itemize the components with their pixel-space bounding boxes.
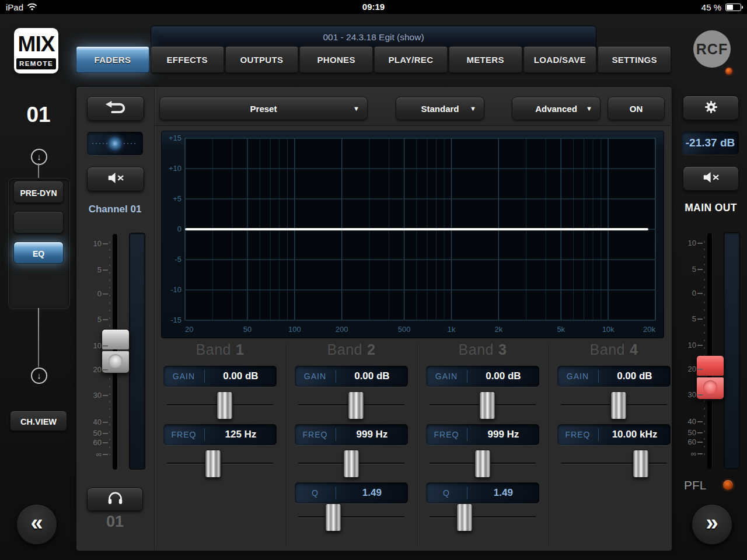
- channel-mute-button[interactable]: [87, 167, 144, 191]
- battery-percent: 45 %: [701, 2, 721, 12]
- q-slider[interactable]: [295, 503, 408, 531]
- main-out-level-meter: [724, 232, 740, 469]
- x-tick-label: 20k: [643, 325, 655, 334]
- freq-slider-handle[interactable]: [474, 450, 491, 478]
- speaker-mute-icon: [702, 172, 720, 186]
- band-title: Band2: [287, 341, 416, 358]
- gain-display: GAIN0.00 dB: [295, 366, 408, 387]
- freq-display: FREQ10.00 kHz: [557, 424, 671, 445]
- channel-edit-panel: Channel 01 10505102030405060∞: [76, 86, 672, 551]
- blank-processing-button[interactable]: [13, 211, 64, 233]
- q-display: Q1.49: [426, 482, 539, 503]
- main-out-fader-track[interactable]: [707, 233, 712, 469]
- chevron-down-icon: ▼: [353, 105, 359, 112]
- tab-phones[interactable]: PHONES: [299, 46, 373, 73]
- y-tick-label: -10: [170, 285, 181, 294]
- q-slider-handle[interactable]: [456, 503, 473, 531]
- freq-slider-handle[interactable]: [343, 450, 359, 478]
- gain-slider-handle[interactable]: [348, 391, 364, 419]
- main-out-settings-button[interactable]: [683, 96, 739, 120]
- main-out-mute-button[interactable]: [683, 166, 739, 191]
- pre-dyn-button[interactable]: PRE-DYN: [13, 181, 64, 203]
- gain-slider[interactable]: [163, 391, 277, 419]
- back-button[interactable]: [87, 96, 144, 121]
- eq-band-4: Band4 GAIN0.00 dB FREQ10.00 kHz: [549, 340, 679, 550]
- pfl-label: PFL: [684, 478, 713, 492]
- gain-slider[interactable]: [557, 391, 671, 419]
- gain-slider[interactable]: [426, 391, 539, 419]
- connector-line: [38, 308, 39, 367]
- eq-on-button[interactable]: ON: [608, 97, 665, 120]
- main-tab-bar: FADERSEFFECTSOUTPUTSPHONESPLAY/RECMETERS…: [76, 46, 671, 73]
- eq-band-2: Band2 GAIN0.00 dB FREQ999 Hz Q1.49: [287, 340, 416, 550]
- main-out-level-display: -21.37 dB: [682, 131, 739, 155]
- x-tick-label: 20: [185, 325, 193, 334]
- eq-mode-dropdown[interactable]: Advanced ▼: [512, 97, 601, 120]
- x-tick-label: 2k: [494, 325, 502, 334]
- headphones-icon: [107, 491, 124, 508]
- gain-slider-handle[interactable]: [479, 391, 495, 419]
- speaker-mute-icon: [107, 172, 125, 186]
- screen: iPad 09:19 45 % MIX REMOTE 001 - 24.3.18…: [0, 0, 747, 560]
- eq-button[interactable]: EQ: [13, 242, 64, 264]
- q-slider-handle[interactable]: [325, 503, 341, 531]
- solo-headphones-button[interactable]: [87, 488, 143, 511]
- pan-knob-icon: [108, 136, 122, 150]
- mix-remote-logo: MIX REMOTE: [14, 28, 58, 74]
- freq-slider[interactable]: [163, 449, 277, 477]
- arrow-down-circle-icon: ↓: [31, 149, 47, 165]
- freq-slider[interactable]: [295, 449, 408, 477]
- channel-fader-handle[interactable]: [102, 329, 130, 373]
- tab-settings[interactable]: SETTINGS: [598, 46, 671, 73]
- pan-control[interactable]: [87, 132, 143, 155]
- chevron-down-icon: ▼: [586, 105, 592, 112]
- x-tick-label: 5k: [557, 325, 565, 334]
- gain-display: GAIN0.00 dB: [557, 366, 671, 387]
- logo-mix-text: MIX: [16, 30, 56, 58]
- freq-slider[interactable]: [557, 449, 671, 477]
- tab-play-rec[interactable]: PLAY/REC: [374, 46, 448, 73]
- y-tick-label: 0: [177, 225, 181, 233]
- chevrons-left-icon: «: [30, 512, 43, 534]
- main-out-fader-handle[interactable]: [696, 355, 724, 400]
- band-title: Band3: [418, 341, 547, 358]
- tab-meters[interactable]: METERS: [449, 46, 522, 73]
- gear-icon: [704, 100, 718, 117]
- divider: [154, 89, 155, 549]
- tab-faders[interactable]: FADERS: [76, 46, 149, 73]
- battery-icon: [725, 4, 741, 11]
- freq-slider-handle[interactable]: [633, 450, 649, 478]
- freq-display: FREQ999 Hz: [426, 424, 539, 445]
- next-channel-button[interactable]: »: [692, 504, 732, 545]
- channel-level-meter: [129, 233, 145, 470]
- gain-slider-handle[interactable]: [217, 391, 233, 419]
- eq-band-3: Band3 GAIN0.00 dB FREQ999 Hz Q1.49: [418, 340, 547, 550]
- freq-slider-handle[interactable]: [205, 450, 221, 478]
- channel-name-label: Channel 01: [78, 204, 152, 215]
- tab-load-save[interactable]: LOAD/SAVE: [523, 46, 597, 73]
- chevrons-right-icon: »: [706, 512, 718, 534]
- show-title: 001 - 24.3.18 Egit (show): [151, 26, 596, 47]
- eq-preset-dropdown[interactable]: Preset ▼: [159, 97, 368, 120]
- previous-channel-button[interactable]: «: [16, 504, 57, 545]
- eq-response-graph: +15+10+50-5-10-1520501002005001k2k5k10k2…: [161, 131, 664, 338]
- gain-display: GAIN0.00 dB: [426, 366, 539, 387]
- gain-display: GAIN0.00 dB: [163, 366, 277, 387]
- x-tick-label: 50: [243, 325, 252, 334]
- gain-slider-handle[interactable]: [610, 391, 627, 419]
- freq-slider[interactable]: [426, 449, 539, 477]
- processing-chain-panel: PRE-DYN EQ: [8, 178, 70, 309]
- x-tick-label: 200: [336, 325, 348, 334]
- chevron-down-icon: ▼: [470, 105, 476, 112]
- tab-outputs[interactable]: OUTPUTS: [225, 46, 299, 73]
- ios-status-bar: iPad 09:19 45 %: [0, 0, 747, 14]
- tab-effects[interactable]: EFFECTS: [151, 46, 224, 73]
- y-tick-label: +5: [173, 194, 181, 203]
- eq-curve-dropdown[interactable]: Standard ▼: [396, 97, 484, 120]
- q-slider[interactable]: [426, 503, 539, 531]
- status-led: [725, 68, 732, 75]
- channel-view-button[interactable]: CH.VIEW: [10, 411, 67, 431]
- gain-slider[interactable]: [295, 391, 408, 419]
- y-tick-label: -15: [170, 316, 181, 324]
- clock: 09:19: [0, 0, 747, 14]
